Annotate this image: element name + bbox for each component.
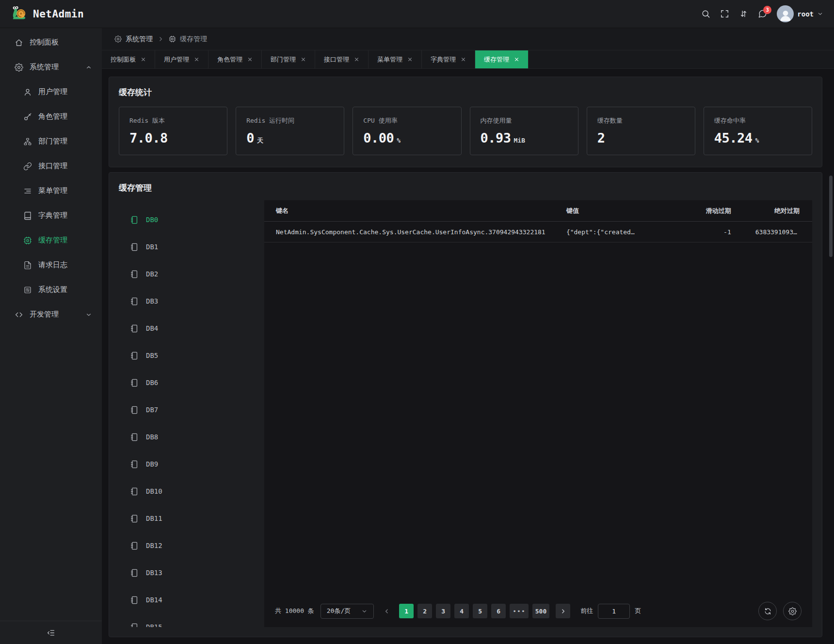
db-label: DB0 [146, 216, 158, 224]
db-item-15[interactable]: DB15 [119, 613, 264, 627]
pagination-total: 共 10000 条 [275, 607, 314, 615]
page-scrollbar-thumb[interactable] [829, 176, 833, 257]
sidebar-footer [0, 621, 102, 644]
table-actions [758, 602, 802, 620]
close-icon[interactable] [194, 57, 199, 62]
tab-dictionaries[interactable]: 字典管理 [422, 50, 475, 68]
more-pages-button[interactable]: ••• [510, 604, 528, 618]
goto-unit: 页 [635, 607, 641, 615]
close-icon[interactable] [141, 57, 146, 62]
sidebar-item-departments[interactable]: 部门管理 [0, 129, 102, 154]
avatar [777, 5, 794, 22]
chevron-up-icon [85, 64, 92, 71]
list-icon [23, 187, 32, 195]
notifications-button[interactable]: 3 [758, 9, 767, 18]
goto-page-input[interactable] [598, 604, 630, 619]
next-page-button[interactable] [556, 604, 570, 618]
table-row[interactable]: NetAdmin.SysComponent.Cache.Sys.UserCach… [264, 222, 812, 242]
close-icon[interactable] [301, 57, 306, 62]
prev-page-button[interactable] [380, 604, 393, 618]
tab-departments[interactable]: 部门管理 [262, 50, 315, 68]
sidebar-item-dictionaries[interactable]: 字典管理 [0, 203, 102, 228]
sidebar-item-users[interactable]: 用户管理 [0, 80, 102, 104]
collapse-sidebar-icon[interactable] [47, 628, 55, 637]
db-item-4[interactable]: DB4 [119, 315, 264, 342]
swap-arrows-icon[interactable] [739, 9, 748, 18]
document-icon [23, 261, 32, 270]
page-size-select[interactable]: 20条/页 [321, 604, 374, 619]
stat-card-cache-count: 缓存数量 2 [587, 107, 695, 155]
notebook-icon [129, 351, 139, 360]
header-actions: 3 root [701, 5, 823, 22]
page-button-3[interactable]: 3 [436, 604, 450, 618]
tab-apis[interactable]: 接口管理 [315, 50, 369, 68]
search-icon[interactable] [701, 9, 710, 18]
page-button-4[interactable]: 4 [454, 604, 469, 618]
sidebar-label: 用户管理 [38, 87, 67, 97]
sidebar-item-dev[interactable]: 开发管理 [0, 302, 102, 327]
brand-logo[interactable]: NetAdmin [11, 6, 84, 22]
close-icon[interactable] [461, 57, 466, 62]
db-item-8[interactable]: DB8 [119, 423, 264, 451]
db-item-11[interactable]: DB11 [119, 505, 264, 532]
db-item-7[interactable]: DB7 [119, 396, 264, 423]
db-item-2[interactable]: DB2 [119, 260, 264, 288]
tab-roles[interactable]: 角色管理 [208, 50, 262, 68]
close-icon[interactable] [354, 57, 359, 62]
stat-card-redis-uptime: Redis 运行时间 0天 [236, 107, 344, 155]
cache-stats-panel: 缓存统计 Redis 版本 7.0.8 Redis 运行时间 0天 CPU 使用… [109, 77, 822, 167]
page-button-500[interactable]: 500 [532, 604, 549, 618]
stat-cards: Redis 版本 7.0.8 Redis 运行时间 0天 CPU 使用率 0.0… [119, 107, 812, 155]
chevron-right-icon [158, 36, 164, 42]
tab-cache[interactable]: 缓存管理 [475, 50, 529, 68]
db-item-6[interactable]: DB6 [119, 369, 264, 396]
sidebar-item-request-logs[interactable]: 请求日志 [0, 253, 102, 277]
table-settings-button[interactable] [783, 602, 802, 620]
user-icon [23, 88, 32, 97]
tab-users[interactable]: 用户管理 [155, 50, 208, 68]
close-icon[interactable] [514, 57, 519, 62]
sidebar-item-cache[interactable]: 缓存管理 [0, 228, 102, 253]
db-item-0[interactable]: DB0 [119, 206, 264, 233]
chevron-down-icon [85, 311, 92, 318]
fullscreen-icon[interactable] [720, 9, 729, 18]
sidebar-label: 开发管理 [30, 310, 59, 319]
db-label: DB12 [146, 542, 162, 549]
stat-value: 7.0.8 [129, 130, 168, 145]
tab-dashboard[interactable]: 控制面板 [102, 50, 155, 68]
refresh-button[interactable] [758, 602, 777, 620]
page-button-5[interactable]: 5 [473, 604, 487, 618]
sidebar-item-dashboard[interactable]: 控制面板 [0, 30, 102, 55]
stat-value: 0.93 [481, 130, 511, 145]
cache-management-panel: 缓存管理 DB0 DB1 DB2 DB3 DB4 DB5 DB6 DB7 DB8 [109, 172, 822, 637]
page-button-1[interactable]: 1 [399, 604, 414, 618]
sidebar-item-settings[interactable]: 系统设置 [0, 277, 102, 302]
user-menu[interactable]: root [777, 5, 823, 22]
close-icon[interactable] [407, 57, 413, 62]
gear-icon [15, 63, 23, 72]
page-button-6[interactable]: 6 [491, 604, 506, 618]
breadcrumb-system[interactable]: 系统管理 [114, 35, 153, 44]
db-item-1[interactable]: DB1 [119, 233, 264, 260]
db-item-3[interactable]: DB3 [119, 288, 264, 315]
tab-label: 接口管理 [324, 55, 349, 64]
stat-unit: 天 [257, 136, 263, 145]
close-icon[interactable] [247, 57, 253, 62]
sidebar-item-apis[interactable]: 接口管理 [0, 154, 102, 178]
db-item-5[interactable]: DB5 [119, 342, 264, 369]
tab-label: 控制面板 [111, 55, 136, 64]
db-item-9[interactable]: DB9 [119, 451, 264, 478]
db-item-10[interactable]: DB10 [119, 478, 264, 505]
stat-card-hit-rate: 缓存命中率 45.24% [704, 107, 812, 155]
db-item-13[interactable]: DB13 [119, 559, 264, 586]
db-item-12[interactable]: DB12 [119, 532, 264, 559]
sidebar-label: 请求日志 [38, 260, 67, 270]
tab-menus[interactable]: 菜单管理 [369, 50, 422, 68]
sidebar-item-roles[interactable]: 角色管理 [0, 104, 102, 129]
page-button-2[interactable]: 2 [417, 604, 432, 618]
db-item-14[interactable]: DB14 [119, 586, 264, 613]
sidebar-item-system[interactable]: 系统管理 [0, 55, 102, 80]
stat-unit: % [397, 137, 401, 144]
sidebar-item-menus[interactable]: 菜单管理 [0, 178, 102, 203]
cell-key: NetAdmin.SysComponent.Cache.Sys.UserCach… [264, 222, 555, 242]
